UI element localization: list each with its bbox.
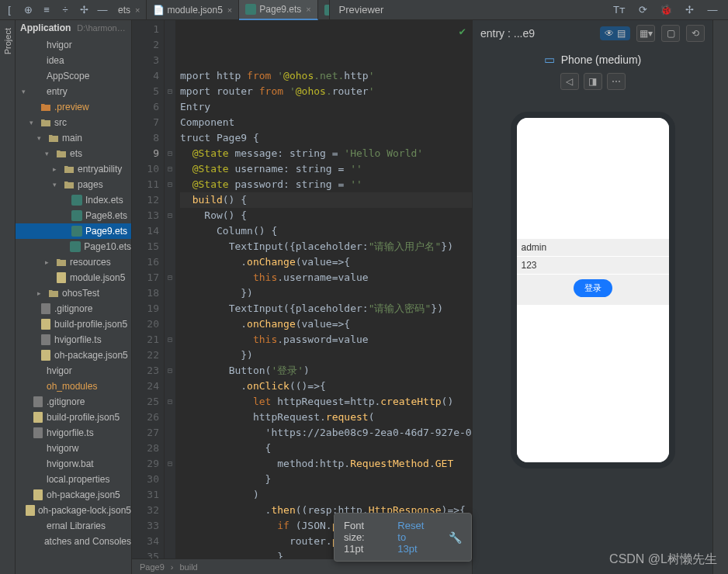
svg-rect-2 bbox=[71, 195, 82, 206]
breadcrumb-seg[interactable]: build bbox=[179, 562, 197, 572]
back-icon[interactable]: ◁ bbox=[560, 73, 579, 90]
tree-node[interactable]: hvigorw.bat bbox=[16, 456, 131, 472]
tree-node[interactable]: ▸resources bbox=[16, 254, 131, 270]
tree-node[interactable]: build-profile.json5 bbox=[16, 410, 131, 425]
split-icon[interactable]: ◨ bbox=[584, 73, 602, 90]
hide-icon[interactable]: — bbox=[705, 2, 720, 18]
line-gutter[interactable]: 1234567891011121314151617181920212223242… bbox=[132, 20, 165, 558]
tab-label: module.json5 bbox=[167, 5, 222, 16]
tree-node[interactable]: oh-package.json5 bbox=[16, 348, 131, 363]
tree-node[interactable]: .gitignore bbox=[16, 301, 131, 316]
tree-node[interactable]: ▸ohosTest bbox=[16, 285, 131, 301]
tree-node[interactable]: ▾ets bbox=[16, 146, 131, 161]
tree-node[interactable]: oh_modules bbox=[16, 379, 131, 394]
fold-gutter[interactable]: ⊟⊟⊟⊟⊟⊟⊟⊟⊟⊟ bbox=[165, 20, 175, 558]
reset-font-link[interactable]: Reset to 13pt bbox=[397, 520, 425, 555]
tab-module-json5[interactable]: 📄 module.json5 × bbox=[147, 0, 239, 20]
gear-icon[interactable]: ✢ bbox=[76, 2, 92, 18]
tab-page10[interactable]: Page10.ets × bbox=[318, 0, 329, 20]
tree-node[interactable]: idea bbox=[16, 53, 131, 68]
inspect-toggle[interactable]: 👁 ▤ bbox=[600, 26, 630, 40]
close-icon[interactable]: × bbox=[135, 5, 140, 15]
tree-node[interactable]: Page8.ets bbox=[16, 208, 131, 223]
tree-node[interactable]: ▾src bbox=[16, 115, 131, 130]
device-icon: ▭ bbox=[544, 53, 555, 67]
device-label: Phone (medium) bbox=[561, 54, 642, 66]
tab-ets[interactable]: ets × bbox=[112, 0, 147, 20]
divide-icon[interactable]: ÷ bbox=[57, 2, 73, 18]
tree-node[interactable]: ernal Libraries bbox=[16, 518, 131, 534]
tree-node[interactable]: Page10.ets bbox=[16, 239, 131, 254]
refresh-icon[interactable]: ⟳ bbox=[635, 2, 650, 18]
crop-icon[interactable]: ▢ bbox=[661, 25, 680, 42]
project-path: D:\harmonyX bbox=[77, 23, 127, 33]
grid-icon[interactable]: ▦▾ bbox=[636, 25, 655, 42]
tree-node[interactable]: hvigorfile.ts bbox=[16, 425, 131, 441]
svg-rect-7 bbox=[41, 303, 50, 314]
left-rail: Project bbox=[0, 20, 16, 574]
svg-rect-8 bbox=[41, 319, 50, 330]
editor-tabs: ets × 📄 module.json5 × Page9.ets × Page1… bbox=[112, 0, 329, 20]
expand-icon[interactable]: ≡ bbox=[39, 2, 54, 18]
project-panel: Application D:\harmonyX hvigorideaAppSco… bbox=[16, 20, 132, 574]
tree-node[interactable]: hvigor bbox=[16, 37, 131, 53]
wrench-icon[interactable]: 🔧 bbox=[449, 531, 462, 544]
code-editor: 1234567891011121314151617181920212223242… bbox=[132, 20, 472, 574]
svg-rect-0 bbox=[245, 4, 256, 15]
svg-rect-11 bbox=[33, 396, 43, 407]
close-icon[interactable]: × bbox=[227, 5, 232, 15]
svg-rect-10 bbox=[41, 350, 50, 361]
svg-rect-13 bbox=[33, 427, 43, 438]
preview-login-button[interactable]: 登录 bbox=[574, 279, 612, 297]
tree-node[interactable]: ▾main bbox=[16, 130, 131, 146]
tree-node[interactable]: ▾entry bbox=[16, 84, 131, 99]
previewer-panel: entry : ...e9 👁 ▤ ▦▾ ▢ ⟲ ▭ Phone (medium… bbox=[472, 20, 712, 574]
tree-node[interactable]: oh-package-lock.json5 bbox=[16, 503, 131, 518]
tree-node[interactable]: .gitignore bbox=[16, 394, 131, 410]
hide-icon[interactable]: — bbox=[95, 2, 110, 18]
tree-node[interactable]: ▸entryability bbox=[16, 161, 131, 177]
tab-page9[interactable]: Page9.ets × bbox=[239, 0, 317, 20]
ets-icon bbox=[245, 4, 256, 15]
previewer-title: Previewer bbox=[330, 4, 393, 16]
entry-label: entry : ...e9 bbox=[480, 27, 535, 40]
gear-icon[interactable]: ✢ bbox=[681, 2, 697, 18]
more-icon[interactable]: ⋯ bbox=[607, 73, 626, 90]
tree-node[interactable]: local.properties bbox=[16, 472, 131, 487]
project-header[interactable]: Application D:\harmonyX bbox=[16, 20, 131, 36]
tree-node[interactable]: oh-package.json5 bbox=[16, 487, 131, 503]
project-tree[interactable]: hvigorideaAppScope▾entry.preview▾src▾mai… bbox=[16, 36, 131, 574]
preview-input-username[interactable]: admin bbox=[517, 239, 669, 257]
rotate-icon[interactable]: ⟲ bbox=[686, 25, 705, 42]
svg-rect-3 bbox=[71, 210, 82, 221]
tree-node[interactable]: Index.ets bbox=[16, 192, 131, 208]
right-rail bbox=[712, 20, 728, 574]
tab-label: ets bbox=[118, 5, 130, 16]
tree-node[interactable]: build-profile.json5 bbox=[16, 316, 131, 332]
tree-node[interactable]: hvigorfile.ts bbox=[16, 332, 131, 348]
tree-node[interactable]: hvigor bbox=[16, 363, 131, 379]
tree-node[interactable]: ▾pages bbox=[16, 177, 131, 192]
json-icon: 📄 bbox=[153, 5, 164, 16]
target-icon[interactable]: ⊕ bbox=[20, 2, 36, 18]
tt-icon[interactable]: Tᴛ bbox=[612, 2, 627, 18]
layers-icon: ▤ bbox=[617, 28, 626, 39]
breadcrumb-seg[interactable]: Page9 bbox=[140, 562, 165, 572]
chevron-right-icon: › bbox=[171, 562, 174, 572]
tree-node[interactable]: module.json5 bbox=[16, 270, 131, 285]
tree-node[interactable]: .preview bbox=[16, 99, 131, 115]
bug-icon[interactable]: 🐞 bbox=[658, 2, 674, 18]
preview-input-password[interactable]: 123 bbox=[517, 257, 669, 275]
close-icon[interactable]: × bbox=[306, 5, 310, 14]
collapse-icon[interactable]: [ bbox=[2, 2, 17, 18]
tree-node[interactable]: AppScope bbox=[16, 68, 131, 84]
svg-rect-14 bbox=[33, 489, 43, 500]
code-area[interactable]: ✔ mport http from '@ohos.net.http'mport … bbox=[175, 20, 472, 558]
project-name: Application bbox=[20, 22, 71, 33]
font-size-label: Font size: 11pt bbox=[344, 520, 374, 555]
rail-project-label[interactable]: Project bbox=[3, 28, 12, 54]
eye-icon: 👁 bbox=[605, 28, 614, 39]
tree-node[interactable]: Page9.ets bbox=[16, 223, 131, 239]
tree-node[interactable]: hvigorw bbox=[16, 441, 131, 456]
tree-node[interactable]: atches and Consoles bbox=[16, 534, 131, 549]
